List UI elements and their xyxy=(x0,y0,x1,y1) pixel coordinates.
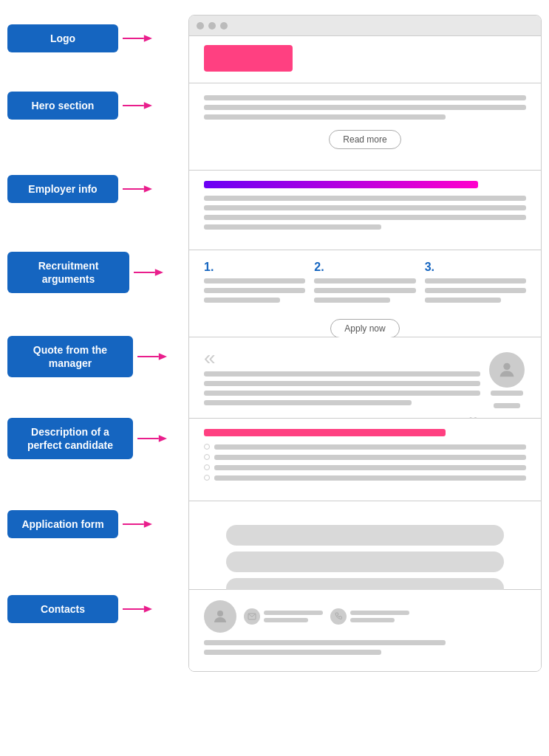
quote-line-4 xyxy=(204,400,412,405)
recruitment-section: 1. 2. 3. Apply xyxy=(189,250,541,337)
employer-line-4 xyxy=(204,224,381,230)
employer-gradient-bar xyxy=(204,181,478,188)
contact-avatar-icon xyxy=(211,608,229,625)
desc-line-3 xyxy=(214,465,526,470)
rec-args-grid: 1. 2. 3. xyxy=(204,261,526,307)
svg-marker-7 xyxy=(155,269,163,276)
svg-marker-5 xyxy=(144,185,152,193)
avatar-circle xyxy=(489,352,525,388)
hero-section: Read more xyxy=(189,83,541,171)
employer-label-btn[interactable]: Employer info xyxy=(7,175,118,203)
readmore-btn[interactable]: Read more xyxy=(329,130,400,149)
phone-icon-circle xyxy=(330,608,347,625)
rec3-line-1 xyxy=(425,278,526,284)
hero-line-2 xyxy=(204,105,526,110)
quote-line-3 xyxy=(204,391,480,396)
phone-line-2 xyxy=(350,618,395,622)
quote-line-1 xyxy=(204,371,480,377)
label-slot-hero: Hero section xyxy=(7,62,188,149)
email-icon-circle xyxy=(244,608,260,625)
appform-section: Apply xyxy=(189,501,541,590)
main-container: Logo Hero section Employer info xyxy=(0,0,549,687)
phone-line-1 xyxy=(350,611,409,615)
logo-section xyxy=(189,36,541,83)
browser-chrome xyxy=(189,16,541,36)
logo-block xyxy=(204,45,293,72)
rec1-line-2 xyxy=(204,288,305,293)
form-input-2[interactable] xyxy=(226,551,504,572)
rec2-line-3 xyxy=(314,298,390,303)
contacts-footer-line-1 xyxy=(204,640,446,645)
rec3-line-2 xyxy=(425,288,526,293)
label-slot-appform: Application form xyxy=(7,480,188,568)
employer-line-3 xyxy=(204,215,526,220)
svg-marker-11 xyxy=(159,435,167,442)
contacts-arrow xyxy=(123,602,152,616)
quote-section: « » xyxy=(189,337,541,419)
contacts-label-btn[interactable]: Contacts xyxy=(7,595,118,623)
desc-item-4 xyxy=(204,475,526,481)
chrome-dot-2 xyxy=(208,22,216,30)
desc-item-2 xyxy=(204,454,526,460)
recruitment-label-btn[interactable]: Recruitment arguments xyxy=(7,252,129,293)
description-label-btn[interactable]: Description of a perfect candidate xyxy=(7,418,133,459)
desc-line-2 xyxy=(214,455,526,460)
logo-label-btn[interactable]: Logo xyxy=(7,24,118,52)
email-icon xyxy=(248,612,256,621)
description-arrow xyxy=(137,431,167,446)
email-line-2 xyxy=(264,618,308,622)
svg-point-16 xyxy=(503,363,510,370)
label-slot-employer: Employer info xyxy=(7,149,188,229)
applynow-btn[interactable]: Apply now xyxy=(330,319,399,338)
quote-open-mark: « xyxy=(204,348,480,368)
chrome-dot-1 xyxy=(197,22,204,30)
email-line-1 xyxy=(264,611,323,615)
employer-line-2 xyxy=(204,205,526,210)
quote-avatar xyxy=(488,352,526,413)
appform-arrow xyxy=(123,517,152,532)
phone-icon xyxy=(334,612,343,621)
avatar-title-line xyxy=(494,403,520,408)
desc-line-1 xyxy=(214,444,526,450)
desc-pink-bar xyxy=(204,429,446,436)
logo-arrow xyxy=(123,31,152,46)
rec-num-3: 3. xyxy=(425,261,526,274)
svg-marker-1 xyxy=(144,35,152,42)
contact-avatar xyxy=(204,600,236,633)
svg-point-17 xyxy=(217,611,223,616)
rec1-line-3 xyxy=(204,298,280,303)
form-input-1[interactable] xyxy=(226,525,504,546)
contacts-section xyxy=(189,590,541,671)
hero-arrow xyxy=(123,98,152,113)
desc-item-1 xyxy=(204,444,526,450)
phone-lines xyxy=(350,611,409,622)
hero-line-3 xyxy=(204,114,446,120)
svg-marker-13 xyxy=(144,520,152,528)
label-slot-description: Description of a perfect candidate xyxy=(7,397,188,480)
appform-label-btn[interactable]: Application form xyxy=(7,510,118,538)
rec-num-1: 1. xyxy=(204,261,305,274)
contacts-footer-line-2 xyxy=(204,650,381,655)
contact-phone-item xyxy=(330,608,409,625)
avatar-name-line xyxy=(491,391,523,396)
quote-line-2 xyxy=(204,381,480,386)
rec3-line-3 xyxy=(425,298,501,303)
svg-marker-3 xyxy=(144,102,152,109)
quote-arrow xyxy=(137,349,167,364)
rec-col-3: 3. xyxy=(425,261,526,307)
desc-line-4 xyxy=(214,475,526,481)
rec2-line-1 xyxy=(314,278,415,284)
rec2-line-2 xyxy=(314,288,415,293)
recruitment-arrow xyxy=(134,265,163,280)
description-section xyxy=(189,419,541,501)
svg-marker-9 xyxy=(159,353,167,360)
label-slot-logo: Logo xyxy=(7,15,188,62)
desc-bullet-3 xyxy=(204,464,210,470)
label-slot-recruitment: Recruitment arguments xyxy=(7,229,188,316)
desc-bullet-4 xyxy=(204,475,210,481)
rec1-line-1 xyxy=(204,278,305,284)
contact-email-item xyxy=(244,608,323,625)
avatar-icon xyxy=(497,360,517,380)
hero-label-btn[interactable]: Hero section xyxy=(7,92,118,120)
quote-label-btn[interactable]: Quote from the manager xyxy=(7,336,133,377)
